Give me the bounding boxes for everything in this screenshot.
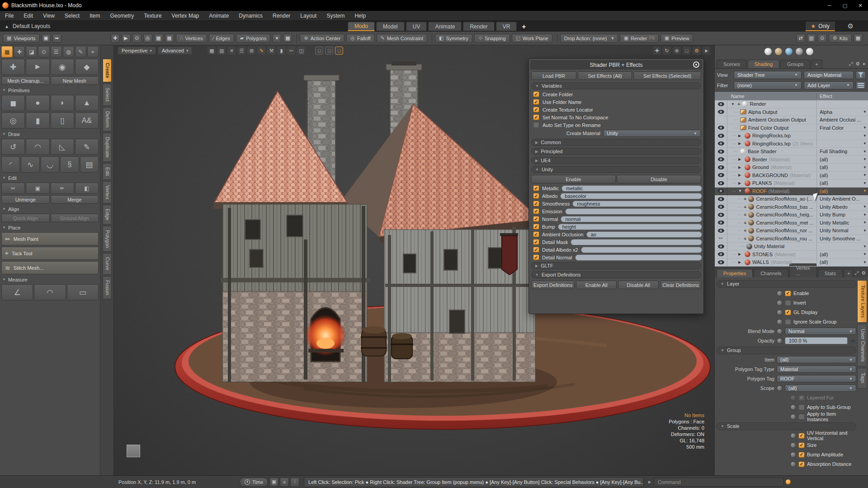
edit-section-header[interactable]: ▼ Edit: [2, 174, 98, 181]
expand-arrow-icon[interactable]: ▶: [738, 134, 743, 138]
side-tab-fusion[interactable]: Fusion: [103, 276, 112, 299]
tack-tool-button[interactable]: ⌖ Tack Tool: [1, 247, 99, 260]
delete-tool-icon[interactable]: ◧: [75, 183, 99, 194]
measure-section-header[interactable]: ▼ Measure: [2, 276, 98, 283]
envelope-icon[interactable]: [790, 433, 796, 439]
work-plane-button[interactable]: ◱ Work Plane: [512, 34, 552, 43]
effect-cell[interactable]: Alpha ▼: [816, 108, 868, 116]
auto-select-icon[interactable]: ▶: [122, 34, 131, 43]
spiral-tool-icon[interactable]: ↺: [1, 139, 25, 155]
list-options-icon[interactable]: [856, 81, 866, 89]
tool-dial-icon[interactable]: ⊙: [38, 46, 49, 57]
unmerge-button[interactable]: Unmerge: [1, 195, 50, 204]
menu-animate[interactable]: Animate: [204, 11, 234, 21]
side-tab-curve[interactable]: Curve: [103, 253, 112, 274]
detail-normal-input[interactable]: [575, 254, 702, 261]
sphere-primitive-icon[interactable]: ●: [26, 95, 49, 111]
tab-properties[interactable]: Properties: [717, 269, 753, 277]
bezier-tool-icon[interactable]: ◡: [41, 156, 59, 173]
layers-icon[interactable]: ≡: [280, 478, 289, 487]
menu-dynamics[interactable]: Dynamics: [234, 11, 268, 21]
tree-row-ground[interactable]: ⋯ ▶ Ground (Material) (all) ▼: [715, 164, 868, 172]
envelope-icon[interactable]: [777, 310, 783, 315]
effect-cell[interactable]: Ambient Occlusi ...: [816, 116, 868, 124]
quad-view-icon[interactable]: ▥: [217, 47, 226, 55]
item-mode-icon[interactable]: ✚: [111, 34, 120, 43]
measure-icon[interactable]: ◫: [297, 47, 305, 55]
ignore-scale-group-checkbox[interactable]: ✓: [785, 319, 791, 325]
effect-cell[interactable]: Unity Metallic ▼: [816, 219, 868, 227]
tool-bone-icon[interactable]: ☰: [51, 46, 62, 57]
effect-cell[interactable]: (all) ▼: [816, 179, 868, 187]
shaded-sphere-icon[interactable]: [764, 48, 772, 55]
assign-material-button[interactable]: Assign Material: [804, 71, 854, 79]
view-dropdown[interactable]: Shader Tree ▼: [734, 71, 802, 79]
snapping-button[interactable]: ⊹ Snapping: [474, 34, 510, 43]
gltf-section-header[interactable]: ▶ GLTF: [531, 262, 701, 269]
sliders-icon[interactable]: ⫶: [290, 478, 299, 487]
visibility-cell[interactable]: [715, 179, 727, 187]
group-section-header[interactable]: ▼ Group: [717, 347, 856, 354]
align-section-header[interactable]: ▼ Align Place: [2, 206, 98, 212]
pan-icon[interactable]: ✚: [653, 47, 661, 55]
use-folder-name-row[interactable]: ✓ Use Folder Name: [530, 98, 702, 106]
common-section-header[interactable]: ▶ Common: [531, 139, 701, 146]
menu-edit[interactable]: Edit: [19, 11, 38, 21]
angle-tool-icon[interactable]: ◠: [34, 284, 66, 300]
tab-animate[interactable]: Animate: [428, 22, 462, 31]
panel-gear-icon[interactable]: ⚙: [855, 61, 860, 67]
set-effects-all-button[interactable]: Set Effects (All): [578, 71, 632, 80]
envelope-icon[interactable]: [777, 328, 783, 334]
envelope-icon[interactable]: [790, 404, 796, 410]
dark-sphere-icon[interactable]: [796, 48, 803, 55]
side-tab-user-channels[interactable]: User Channels: [857, 324, 867, 367]
create-texture-locator-row[interactable]: ✓ Create Texture Locator: [530, 106, 702, 113]
opacity-input[interactable]: 100.0 %: [785, 337, 848, 344]
envelope-icon[interactable]: [777, 300, 783, 306]
visibility-cell[interactable]: ✏: [715, 235, 727, 243]
disable-all-button[interactable]: Disable All: [618, 281, 659, 289]
orbit-icon[interactable]: ↻: [663, 47, 671, 55]
ao-checkbox[interactable]: ✓: [533, 231, 539, 237]
visibility-cell[interactable]: [715, 124, 727, 132]
visibility-cell[interactable]: [715, 116, 727, 124]
effect-cell[interactable]: (all) ▼: [816, 251, 868, 258]
dimension-tool-icon[interactable]: ∠: [1, 284, 33, 300]
pin-target-icon[interactable]: [693, 61, 699, 68]
set-normal-checkbox[interactable]: ✓: [533, 114, 539, 120]
size-tool-icon[interactable]: ▭: [67, 284, 99, 300]
visibility-cell[interactable]: [715, 164, 727, 171]
visibility-cell[interactable]: [715, 251, 727, 258]
shading-dropdown[interactable]: Advanced ▾: [158, 47, 192, 55]
variables-section-header[interactable]: ▼ Variables: [531, 82, 701, 89]
zoom-icon[interactable]: ⊕: [673, 47, 681, 55]
add-layout-tab-button[interactable]: +: [518, 22, 529, 31]
visibility-cell[interactable]: [715, 203, 727, 211]
effect-cell[interactable]: (all) ▼: [816, 164, 868, 171]
find-icon[interactable]: ⊙: [818, 34, 827, 43]
viewports-button[interactable]: ▦ Viewports: [3, 34, 40, 43]
primitives-section-header[interactable]: ▼ Primitives: [2, 87, 98, 94]
menu-system[interactable]: System: [321, 11, 349, 21]
menu-texture[interactable]: Texture: [139, 11, 166, 21]
side-tab-texture-layers[interactable]: Texture Layers: [857, 280, 867, 323]
disable-button[interactable]: Disable: [617, 175, 701, 183]
tree-row-ringingrocks[interactable]: ⋯ ▶ RingingRocks.lxp ▼: [715, 132, 868, 140]
center-mode-icon[interactable]: ◎: [143, 34, 152, 43]
menu-item[interactable]: Item: [85, 11, 105, 21]
effect-cell[interactable]: Unity Bump ▼: [816, 211, 868, 219]
panel-arrow-icon[interactable]: ►: [863, 62, 866, 66]
tool-select-icon[interactable]: ◪: [26, 46, 37, 57]
metallic-checkbox[interactable]: ✓: [533, 185, 539, 191]
opacity-spinner[interactable]: ◀▶: [850, 338, 856, 343]
effect-cell[interactable]: Unity Ambient O...: [816, 195, 868, 203]
quick-align-button[interactable]: Quick Align: [1, 214, 50, 222]
text-primitive-icon[interactable]: A&: [75, 113, 99, 129]
viewport-gear-icon[interactable]: ⚙: [693, 47, 701, 55]
tree-row-alpha-output[interactable]: ⋯ Alpha Output Alpha ▼: [715, 108, 868, 117]
tree-row-base-shader[interactable]: ⋯ Base Shader Full Shading ▼: [715, 148, 868, 156]
tab-scenes[interactable]: Scenes: [717, 60, 747, 68]
ground-align-button[interactable]: Ground Align: [51, 214, 99, 222]
envelope-icon[interactable]: [777, 338, 783, 344]
effect-cell[interactable]: Unity Smoothne ...: [816, 235, 868, 243]
